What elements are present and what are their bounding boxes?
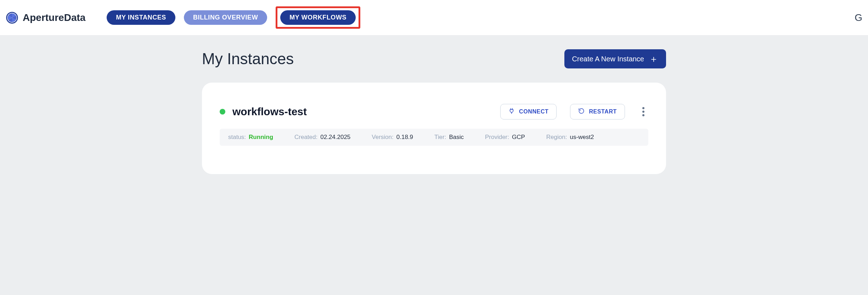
detail-region: Region: us-west2 xyxy=(546,134,594,141)
detail-status: status: Running xyxy=(228,134,273,141)
restart-icon xyxy=(578,108,585,116)
nav-my-workflows-highlight: MY WORKFLOWS xyxy=(276,6,360,29)
connect-label: CONNECT xyxy=(519,108,548,115)
instance-menu-button[interactable] xyxy=(638,107,648,116)
page-title: My Instances xyxy=(202,50,294,68)
detail-region-value: us-west2 xyxy=(570,134,594,141)
brand-name: ApertureData xyxy=(23,12,85,23)
detail-provider-value: GCP xyxy=(512,134,525,141)
nav-my-instances[interactable]: MY INSTANCES xyxy=(107,10,175,25)
plus-icon: ＋ xyxy=(649,54,658,63)
instance-header: workflows-test CONNECT xyxy=(220,104,648,119)
detail-version-value: 0.18.9 xyxy=(396,134,413,141)
detail-created: Created: 02.24.2025 xyxy=(294,134,350,141)
status-dot-icon xyxy=(220,109,225,115)
detail-provider: Provider: GCP xyxy=(485,134,525,141)
instance-details: status: Running Created: 02.24.2025 Vers… xyxy=(220,129,648,146)
page-title-row: My Instances Create A New Instance ＋ xyxy=(202,49,666,68)
instance-name: workflows-test xyxy=(232,106,307,118)
detail-version-label: Version: xyxy=(372,134,393,141)
top-nav: MY INSTANCES BILLING OVERVIEW MY WORKFLO… xyxy=(107,6,360,29)
detail-provider-label: Provider: xyxy=(485,134,509,141)
connect-button[interactable]: CONNECT xyxy=(500,104,557,119)
detail-status-value: Running xyxy=(249,134,273,141)
detail-version: Version: 0.18.9 xyxy=(372,134,413,141)
detail-tier: Tier: Basic xyxy=(434,134,464,141)
restart-label: RESTART xyxy=(589,108,617,115)
detail-created-label: Created: xyxy=(294,134,317,141)
create-instance-button[interactable]: Create A New Instance ＋ xyxy=(564,49,666,68)
create-instance-label: Create A New Instance xyxy=(572,55,644,63)
plug-icon xyxy=(508,108,515,116)
instance-card: workflows-test CONNECT xyxy=(202,83,666,174)
top-header: ApertureData MY INSTANCES BILLING OVERVI… xyxy=(0,0,868,35)
detail-region-label: Region: xyxy=(546,134,567,141)
aperture-logo-icon xyxy=(5,11,19,25)
nav-billing-overview[interactable]: BILLING OVERVIEW xyxy=(184,10,267,25)
detail-created-value: 02.24.2025 xyxy=(320,134,350,141)
detail-tier-label: Tier: xyxy=(434,134,446,141)
header-right-glyph[interactable]: G xyxy=(855,12,864,23)
detail-tier-value: Basic xyxy=(449,134,464,141)
restart-button[interactable]: RESTART xyxy=(570,104,625,119)
nav-my-workflows[interactable]: MY WORKFLOWS xyxy=(280,10,356,25)
brand-block: ApertureData xyxy=(5,11,85,25)
detail-status-label: status: xyxy=(228,134,246,141)
page-body: My Instances Create A New Instance ＋ wor… xyxy=(0,35,868,295)
